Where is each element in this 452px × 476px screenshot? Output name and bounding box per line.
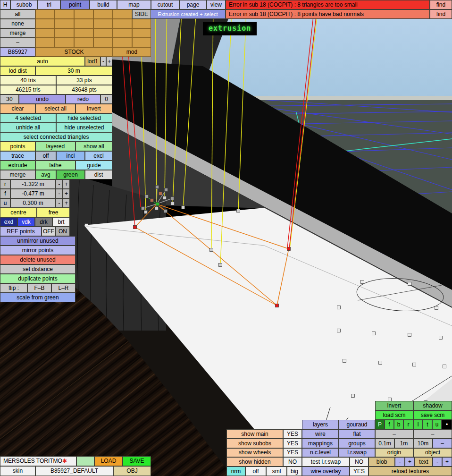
layers-button[interactable]: layers <box>302 420 339 429</box>
clear-button[interactable]: clear <box>0 104 35 113</box>
trace-button[interactable]: trace <box>0 151 35 161</box>
palette-slot[interactable] <box>74 9 93 19</box>
ref-points-off-button[interactable]: OFF <box>42 227 56 236</box>
palette-slot[interactable] <box>74 38 93 47</box>
grid-10m-button[interactable]: 10m <box>413 439 433 448</box>
selected-count[interactable]: 4 selected <box>0 113 56 123</box>
nrm-sml-button[interactable]: sml <box>266 467 287 476</box>
palette-slot[interactable] <box>113 38 132 47</box>
nrm-big-button[interactable]: big <box>287 467 302 476</box>
vertex-marker[interactable] <box>343 359 346 363</box>
vertex-marker[interactable] <box>151 199 154 202</box>
vertex-marker[interactable] <box>159 192 162 196</box>
ref-points-on-button[interactable]: ON <box>56 227 70 236</box>
palette-slot[interactable] <box>35 28 55 38</box>
tab-point-selected[interactable]: point <box>60 0 90 9</box>
vertex-marker[interactable] <box>156 186 159 189</box>
find-button-1[interactable]: find <box>430 0 452 9</box>
show-wheels-toggle[interactable]: YES <box>283 448 302 457</box>
vertex-marker[interactable] <box>134 226 137 229</box>
obj-button[interactable]: OBJ <box>113 466 151 476</box>
vertex-marker[interactable] <box>237 209 240 212</box>
axis-t-button[interactable]: t <box>423 420 432 429</box>
vertex-marker[interactable] <box>337 329 341 332</box>
load-button[interactable]: LOAD <box>94 456 123 466</box>
trace-incl-button[interactable]: incl <box>56 151 85 161</box>
skin-button[interactable]: skin <box>0 466 35 476</box>
palette-slot[interactable] <box>93 28 113 38</box>
delete-unused-button[interactable]: delete unused <box>0 255 75 264</box>
shading-exd-button[interactable]: exd <box>0 217 17 227</box>
duplicate-points-button[interactable]: duplicate points <box>0 274 75 283</box>
vertex-marker[interactable] <box>171 202 175 205</box>
lod-dist-value[interactable]: 30 m <box>35 66 112 76</box>
trace-excl-button[interactable]: excl <box>85 151 112 161</box>
skin-name[interactable]: B85927_DEFAULT <box>35 466 113 476</box>
mappings-button[interactable]: mappings <box>302 439 339 448</box>
vertex-marker[interactable] <box>164 210 167 213</box>
stock-button[interactable]: STOCK <box>35 47 113 57</box>
lod1-button[interactable]: lod1 <box>85 57 100 66</box>
tab-map[interactable]: map <box>117 0 151 9</box>
vertex-marker[interactable] <box>276 304 279 307</box>
merge-dist-button[interactable]: dist <box>85 170 112 179</box>
flip-lr-button[interactable]: L–R <box>51 283 75 293</box>
mod-button[interactable]: mod <box>113 47 151 57</box>
free-button[interactable]: free <box>37 208 70 217</box>
hide-selected-button[interactable]: hide selected <box>56 113 112 123</box>
groups-button[interactable]: groups <box>339 439 375 448</box>
wire-button[interactable]: wire <box>302 429 339 439</box>
palette-slot[interactable] <box>55 28 74 38</box>
vertex-marker[interactable] <box>145 195 149 198</box>
model-id-button[interactable]: B85927 <box>0 47 35 57</box>
nrm-button[interactable]: nrm <box>226 467 245 476</box>
shadow-button[interactable]: shadow <box>413 401 452 410</box>
vertex-marker[interactable] <box>435 306 438 310</box>
merge-avg-button[interactable]: avg <box>35 170 56 179</box>
palette-slot[interactable] <box>132 28 151 38</box>
axis-u-button[interactable]: u <box>432 420 442 429</box>
coord-u-plus-button[interactable]: + <box>63 198 70 208</box>
wire-overlay-label[interactable]: wire overlay <box>302 467 350 476</box>
flip-fb-button[interactable]: F–B <box>27 283 51 293</box>
vertex-marker[interactable] <box>163 196 167 200</box>
blob-minus-button[interactable]: - <box>395 457 405 467</box>
nrm-off-button[interactable]: off <box>245 467 266 476</box>
palette-slot[interactable] <box>93 38 113 47</box>
palette-slot[interactable] <box>93 9 113 19</box>
ref-points-label[interactable]: REF points <box>0 227 42 236</box>
tab-view[interactable]: view <box>207 0 226 9</box>
vertex-marker[interactable] <box>372 332 376 335</box>
flat-button[interactable]: flat <box>339 429 375 439</box>
vertex-marker[interactable] <box>408 333 411 337</box>
vertex-marker[interactable] <box>337 306 341 309</box>
lathe-button[interactable]: lathe <box>35 161 75 170</box>
save-button[interactable]: SAVE <box>123 456 151 466</box>
vertex-marker[interactable] <box>443 365 446 368</box>
vertex-marker[interactable] <box>413 363 416 366</box>
load-scm-button[interactable]: load scm <box>375 410 413 420</box>
axis-r-button[interactable]: r <box>403 420 413 429</box>
points-mode-button[interactable]: points <box>0 142 35 151</box>
palette-slot[interactable] <box>74 19 93 28</box>
vertex-marker[interactable] <box>379 361 382 365</box>
lr-swap-button[interactable]: l.r.swap <box>339 448 375 457</box>
text-minus-button[interactable]: - <box>433 457 442 467</box>
layered-button[interactable]: layered <box>35 142 75 151</box>
lod-minus-button[interactable]: - <box>100 57 106 66</box>
vertex-marker[interactable] <box>144 211 148 214</box>
save-scm-button[interactable]: save scm <box>413 410 452 420</box>
select-all-points-button[interactable]: select all <box>35 104 75 113</box>
palette-slot[interactable] <box>93 19 113 28</box>
merge-points-button[interactable]: merge <box>0 170 35 179</box>
vertex-marker[interactable] <box>408 282 411 286</box>
wire-overlay-toggle[interactable]: YES <box>350 467 368 476</box>
gouraud-button[interactable]: gouraud <box>339 420 375 429</box>
palette-slot[interactable] <box>113 19 132 28</box>
shading-brt-button[interactable]: brt <box>52 217 70 227</box>
object-button[interactable]: object <box>413 448 452 457</box>
palette-slot[interactable] <box>55 9 74 19</box>
vertex-marker[interactable] <box>219 264 222 267</box>
palette-slot[interactable] <box>132 38 151 47</box>
tab-subob[interactable]: subob <box>10 0 38 9</box>
